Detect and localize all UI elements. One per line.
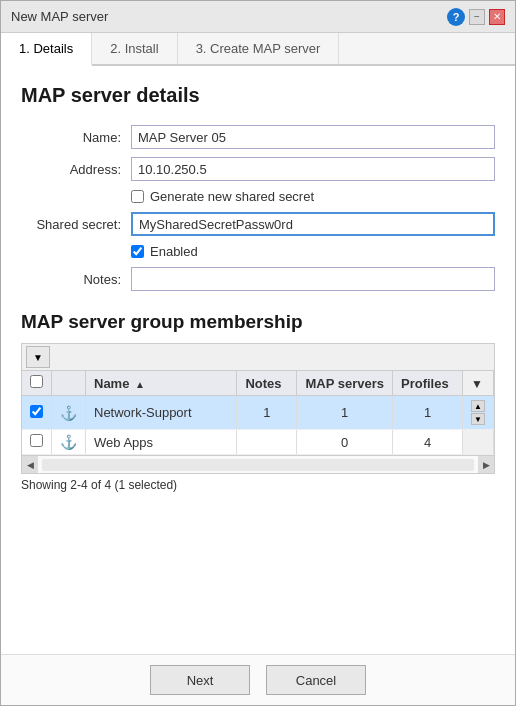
scroll-down-btn[interactable]: ▼ bbox=[471, 413, 485, 425]
col-header-mapservers[interactable]: MAP servers bbox=[297, 371, 393, 396]
row1-name: Network-Support bbox=[94, 405, 192, 420]
row2-name: Web Apps bbox=[94, 435, 153, 450]
address-row: Address: bbox=[21, 157, 495, 181]
filter-icon[interactable]: ▼ bbox=[471, 377, 483, 391]
notes-label: Notes: bbox=[21, 272, 131, 287]
sort-arrow-icon: ▲ bbox=[135, 379, 145, 390]
notes-input[interactable] bbox=[131, 267, 495, 291]
shared-secret-input[interactable] bbox=[131, 212, 495, 236]
status-text: Showing 2-4 of 4 (1 selected) bbox=[21, 478, 177, 492]
group-section-title: MAP server group membership bbox=[21, 311, 495, 333]
row2-name-cell: Web Apps bbox=[86, 430, 237, 455]
table-row[interactable]: ⚓ Web Apps 0 4 bbox=[22, 430, 494, 455]
minimize-button[interactable]: − bbox=[469, 9, 485, 25]
group-table: Name ▲ Notes MAP servers Profiles ▼ bbox=[22, 371, 494, 455]
generate-secret-row: Generate new shared secret bbox=[21, 189, 495, 204]
table-header-row: Name ▲ Notes MAP servers Profiles ▼ bbox=[22, 371, 494, 396]
scroll-right-btn[interactable]: ▶ bbox=[478, 456, 494, 474]
title-bar-left: New MAP server bbox=[11, 9, 108, 24]
shared-secret-label: Shared secret: bbox=[21, 217, 131, 232]
details-form-section: MAP server details Name: Address: Genera… bbox=[21, 84, 495, 291]
row1-profiles-cell: 1 bbox=[393, 396, 463, 430]
address-label: Address: bbox=[21, 162, 131, 177]
group-membership-section: MAP server group membership ▼ bbox=[21, 311, 495, 494]
scroll-left-btn[interactable]: ◀ bbox=[22, 456, 38, 474]
row1-checkbox[interactable] bbox=[30, 405, 43, 418]
cancel-button[interactable]: Cancel bbox=[266, 665, 366, 695]
col-header-notes[interactable]: Notes bbox=[237, 371, 297, 396]
group-table-container: Name ▲ Notes MAP servers Profiles ▼ bbox=[21, 370, 495, 456]
scroll-up-btn[interactable]: ▲ bbox=[471, 400, 485, 412]
row2-check-cell bbox=[22, 430, 52, 455]
footer-bar: Next Cancel bbox=[1, 654, 515, 705]
table-body: ⚓ Network-Support 1 1 1 ▲ ▼ bbox=[22, 396, 494, 455]
content-area: MAP server details Name: Address: Genera… bbox=[1, 66, 515, 654]
next-button[interactable]: Next bbox=[150, 665, 250, 695]
help-button[interactable]: ? bbox=[447, 8, 465, 26]
col-header-profiles[interactable]: Profiles bbox=[393, 371, 463, 396]
row2-network-icon: ⚓ bbox=[60, 434, 77, 450]
table-footer: ◀ ▶ bbox=[21, 456, 495, 474]
tab-install[interactable]: 2. Install bbox=[92, 33, 177, 64]
row1-icon-cell: ⚓ bbox=[52, 396, 86, 430]
row2-profiles-cell: 4 bbox=[393, 430, 463, 455]
col-name-label: Name bbox=[94, 376, 129, 391]
tab-bar: 1. Details 2. Install 3. Create MAP serv… bbox=[1, 33, 515, 66]
notes-row: Notes: bbox=[21, 267, 495, 291]
row2-notes-cell bbox=[237, 430, 297, 455]
row2-checkbox[interactable] bbox=[30, 434, 43, 447]
row1-name-cell: Network-Support bbox=[86, 396, 237, 430]
new-map-server-window: New MAP server ? − ✕ 1. Details 2. Insta… bbox=[0, 0, 516, 706]
title-bar: New MAP server ? − ✕ bbox=[1, 1, 515, 33]
name-row: Name: bbox=[21, 125, 495, 149]
table-row[interactable]: ⚓ Network-Support 1 1 1 ▲ ▼ bbox=[22, 396, 494, 430]
h-scroll-track[interactable] bbox=[42, 459, 474, 471]
table-toolbar: ▼ bbox=[21, 343, 495, 370]
close-button[interactable]: ✕ bbox=[489, 9, 505, 25]
name-label: Name: bbox=[21, 130, 131, 145]
name-input[interactable] bbox=[131, 125, 495, 149]
address-input[interactable] bbox=[131, 157, 495, 181]
row2-icon-cell: ⚓ bbox=[52, 430, 86, 455]
enabled-label: Enabled bbox=[150, 244, 198, 259]
row1-check-cell bbox=[22, 396, 52, 430]
col-header-name[interactable]: Name ▲ bbox=[86, 371, 237, 396]
toolbar-dropdown-button[interactable]: ▼ bbox=[26, 346, 50, 368]
select-all-checkbox[interactable] bbox=[30, 375, 43, 388]
status-bar: Showing 2-4 of 4 (1 selected) bbox=[21, 474, 495, 494]
row1-scroll-cell: ▲ ▼ bbox=[463, 396, 494, 430]
details-section-title: MAP server details bbox=[21, 84, 495, 107]
col-header-filter: ▼ bbox=[463, 371, 494, 396]
shared-secret-row: Shared secret: bbox=[21, 212, 495, 236]
tab-details[interactable]: 1. Details bbox=[1, 33, 92, 66]
generate-secret-checkbox[interactable] bbox=[131, 190, 144, 203]
enabled-row: Enabled bbox=[21, 244, 495, 259]
col-header-icon bbox=[52, 371, 86, 396]
col-header-check bbox=[22, 371, 52, 396]
row1-mapservers-cell: 1 bbox=[297, 396, 393, 430]
tab-create[interactable]: 3. Create MAP server bbox=[178, 33, 340, 64]
window-title: New MAP server bbox=[11, 9, 108, 24]
enabled-checkbox[interactable] bbox=[131, 245, 144, 258]
row2-mapservers-cell: 0 bbox=[297, 430, 393, 455]
row2-scroll-cell bbox=[463, 430, 494, 455]
generate-secret-label: Generate new shared secret bbox=[150, 189, 314, 204]
row1-notes-cell: 1 bbox=[237, 396, 297, 430]
title-bar-actions: ? − ✕ bbox=[447, 8, 505, 26]
row1-network-icon: ⚓ bbox=[60, 405, 77, 421]
